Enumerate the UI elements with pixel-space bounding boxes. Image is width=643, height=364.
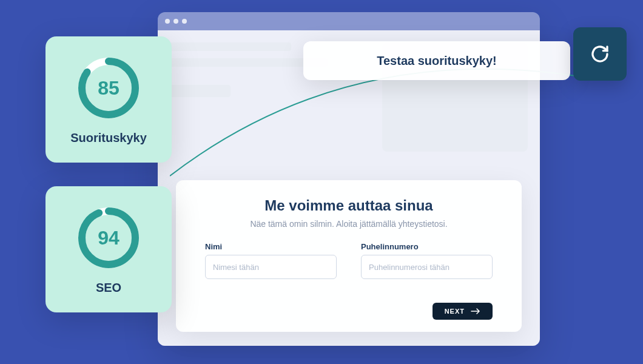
skeleton-line <box>170 42 291 51</box>
refresh-button[interactable] <box>573 27 627 81</box>
next-button-label: NEXT <box>445 308 465 315</box>
performance-score-value: 85 <box>98 76 120 99</box>
performance-score-label: Suorituskyky <box>70 131 147 145</box>
performance-score-card: 85 Suorituskyky <box>45 36 172 163</box>
seo-score-card: 94 SEO <box>45 186 172 312</box>
name-input[interactable] <box>205 255 337 279</box>
window-dot <box>165 19 170 24</box>
skeleton-line <box>170 85 231 97</box>
window-dot <box>173 19 178 24</box>
form-row: Nimi Puhelinnumero <box>205 242 493 279</box>
seo-score-value: 94 <box>98 226 120 249</box>
browser-header <box>158 12 540 30</box>
name-label: Nimi <box>205 242 337 251</box>
refresh-icon <box>590 44 610 64</box>
banner-text: Testaa suorituskyky! <box>377 54 497 68</box>
test-banner: Testaa suorituskyky! <box>303 41 570 80</box>
seo-ring: 94 <box>75 204 142 271</box>
phone-field-group: Puhelinnumero <box>361 242 493 279</box>
arrow-right-icon <box>471 308 480 314</box>
name-field-group: Nimi <box>205 242 337 279</box>
performance-ring: 85 <box>75 55 142 121</box>
window-dot <box>182 19 187 24</box>
form-subtitle: Näe tämä omin silmin. Aloita jättämällä … <box>205 219 493 229</box>
contact-form-card: Me voimme auttaa sinua Näe tämä omin sil… <box>176 180 522 332</box>
form-title: Me voimme auttaa sinua <box>205 197 493 214</box>
seo-score-label: SEO <box>96 281 121 295</box>
next-button[interactable]: NEXT <box>433 303 493 320</box>
phone-input[interactable] <box>361 255 493 279</box>
phone-label: Puhelinnumero <box>361 242 493 251</box>
